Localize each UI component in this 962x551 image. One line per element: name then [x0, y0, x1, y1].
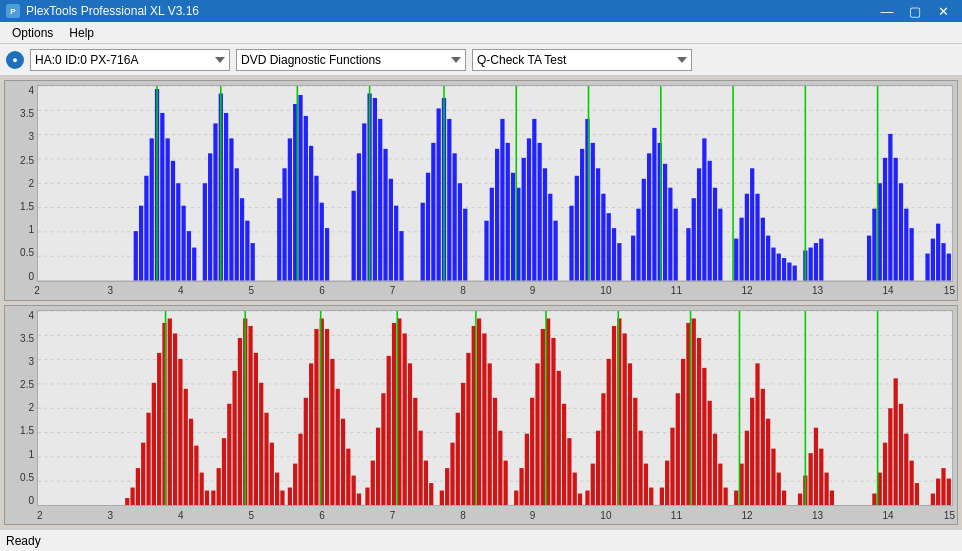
svg-rect-207: [440, 490, 444, 505]
svg-rect-98: [713, 188, 717, 281]
svg-rect-234: [591, 463, 595, 505]
svg-rect-99: [718, 209, 722, 281]
svg-rect-81: [607, 213, 611, 280]
svg-rect-47: [383, 149, 387, 281]
svg-rect-62: [495, 149, 499, 281]
svg-rect-208: [445, 468, 449, 505]
svg-rect-169: [227, 403, 231, 505]
svg-rect-106: [766, 236, 770, 281]
svg-rect-78: [591, 143, 595, 281]
toolbar: ● HA:0 ID:0 PX-716A DVD Diagnostic Funct…: [0, 44, 962, 76]
svg-rect-39: [320, 203, 324, 281]
svg-rect-268: [782, 490, 786, 505]
svg-rect-285: [931, 493, 935, 505]
svg-rect-107: [771, 248, 775, 281]
app-icon: P: [6, 4, 20, 18]
svg-rect-166: [211, 490, 215, 505]
svg-rect-237: [607, 358, 611, 505]
svg-rect-223: [530, 397, 534, 505]
svg-rect-278: [883, 442, 887, 505]
title-bar-controls[interactable]: ― ▢ ✕: [874, 2, 956, 20]
svg-rect-230: [567, 438, 571, 505]
svg-rect-21: [203, 183, 207, 280]
svg-rect-156: [157, 352, 161, 505]
svg-rect-72: [548, 194, 552, 281]
svg-rect-76: [580, 149, 584, 281]
svg-rect-53: [431, 143, 435, 281]
maximize-button[interactable]: ▢: [902, 2, 928, 20]
svg-rect-256: [713, 433, 717, 505]
svg-rect-183: [304, 397, 308, 505]
function-select[interactable]: DVD Diagnostic Functions: [236, 49, 466, 71]
svg-rect-199: [392, 322, 396, 505]
svg-rect-228: [557, 370, 561, 505]
svg-rect-123: [904, 209, 908, 281]
svg-rect-79: [596, 168, 600, 280]
title-bar-left: P PlexTools Professional XL V3.16: [6, 4, 199, 18]
svg-rect-119: [883, 158, 887, 281]
test-select[interactable]: Q-Check TA Test: [472, 49, 692, 71]
minimize-button[interactable]: ―: [874, 2, 900, 20]
top-chart-panel: 4 3.5 3 2.5 2 1.5 1 0.5 0: [4, 80, 958, 301]
svg-rect-235: [596, 430, 600, 505]
svg-rect-30: [251, 243, 255, 280]
svg-rect-255: [708, 400, 712, 505]
device-select[interactable]: HA:0 ID:0 PX-716A: [30, 49, 230, 71]
svg-rect-281: [899, 403, 903, 505]
main-content: 4 3.5 3 2.5 2 1.5 1 0.5 0: [0, 76, 962, 529]
svg-rect-91: [668, 188, 672, 281]
svg-rect-114: [814, 243, 818, 280]
svg-rect-191: [346, 448, 350, 505]
svg-rect-249: [676, 393, 680, 505]
svg-rect-246: [660, 487, 664, 505]
top-chart-y-axis: 4 3.5 3 2.5 2 1.5 1 0.5 0: [5, 85, 37, 282]
svg-rect-70: [538, 143, 542, 281]
svg-rect-102: [745, 194, 749, 281]
svg-rect-287: [941, 468, 945, 505]
svg-rect-236: [601, 393, 605, 505]
svg-rect-9: [134, 231, 138, 280]
svg-rect-231: [573, 472, 577, 505]
svg-rect-41: [352, 191, 356, 281]
svg-rect-209: [450, 442, 454, 505]
svg-rect-181: [293, 463, 297, 505]
svg-rect-215: [482, 333, 486, 505]
svg-rect-59: [463, 209, 467, 281]
svg-rect-167: [217, 468, 221, 505]
svg-rect-68: [527, 138, 531, 280]
svg-rect-33: [288, 138, 292, 280]
svg-rect-241: [628, 363, 632, 505]
svg-rect-253: [697, 337, 701, 505]
svg-rect-109: [782, 258, 786, 280]
menu-help[interactable]: Help: [61, 24, 102, 42]
svg-rect-88: [652, 128, 656, 281]
svg-rect-36: [304, 116, 308, 281]
svg-rect-75: [575, 176, 579, 281]
svg-rect-184: [309, 363, 313, 505]
close-button[interactable]: ✕: [930, 2, 956, 20]
svg-rect-94: [692, 198, 696, 280]
bottom-chart-panel: 4 3.5 3 2.5 2 1.5 1 0.5 0: [4, 305, 958, 526]
svg-rect-113: [809, 248, 813, 281]
bottom-chart-area: [37, 310, 953, 507]
svg-rect-284: [915, 483, 919, 505]
svg-rect-124: [909, 228, 913, 280]
svg-rect-175: [259, 382, 263, 505]
svg-rect-221: [519, 468, 523, 505]
menu-options[interactable]: Options: [4, 24, 61, 42]
svg-rect-198: [387, 355, 391, 505]
svg-rect-115: [819, 239, 823, 281]
svg-rect-128: [941, 243, 945, 280]
svg-rect-96: [702, 138, 706, 280]
svg-rect-190: [341, 418, 345, 505]
svg-rect-153: [141, 442, 145, 505]
svg-rect-173: [248, 325, 252, 505]
svg-rect-269: [798, 493, 802, 505]
svg-rect-97: [708, 161, 712, 281]
svg-rect-273: [819, 448, 823, 505]
svg-rect-271: [809, 453, 813, 505]
svg-rect-266: [771, 448, 775, 505]
svg-rect-10: [139, 206, 143, 281]
svg-rect-117: [872, 209, 876, 281]
svg-rect-261: [745, 430, 749, 505]
